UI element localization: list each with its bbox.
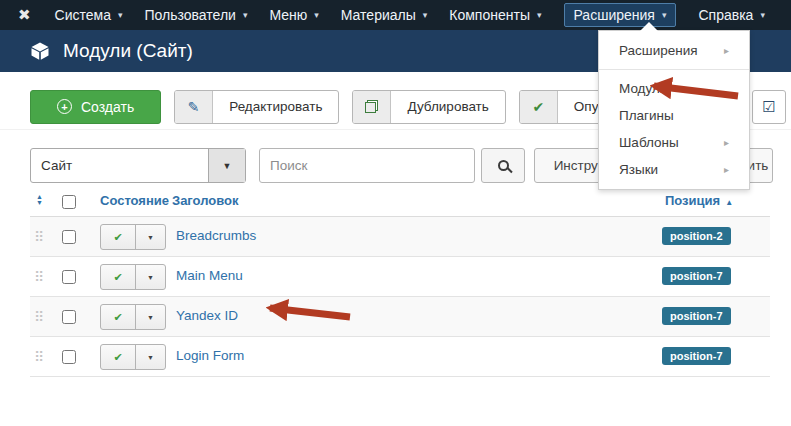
module-cube-icon [30,41,50,61]
published-check-icon[interactable]: ✔ [101,265,135,289]
extensions-dropdown-menu: Расширения ▸ Модули Плагины Шаблоны ▸ Яз… [598,30,750,190]
status-toggle[interactable]: ✔ ▼ [100,264,166,290]
row-checkbox[interactable] [62,350,76,364]
status-dropdown-icon[interactable]: ▼ [135,225,165,249]
client-select[interactable]: Сайт ▼ [30,148,246,183]
dropdown-item-modules[interactable]: Модули [599,75,749,102]
chevron-down-icon: ▾ [423,10,428,20]
status-dropdown-icon[interactable]: ▼ [135,345,165,369]
module-list: ⠿ ✔ ▼ Breadcrumbs position-2 ⠿ ✔ ▼ Main … [30,217,770,377]
chevron-down-icon: ▾ [662,10,667,20]
module-title-link[interactable]: Yandex ID [176,308,238,323]
checkin-button[interactable]: ☑ [752,90,786,124]
row-checkbox[interactable] [62,270,76,284]
menu-components[interactable]: Компоненты ▾ [449,7,541,23]
column-header-position[interactable]: Позиция▲ [665,193,733,208]
position-badge: position-7 [662,347,731,365]
module-title-link[interactable]: Login Form [176,348,244,363]
search-input[interactable] [259,148,475,183]
drag-handle-icon[interactable]: ⠿ [34,309,44,325]
drag-handle-icon[interactable]: ⠿ [34,229,44,245]
menu-menus[interactable]: Меню ▾ [269,7,318,23]
menu-users[interactable]: Пользователи ▾ [145,7,248,23]
row-checkbox[interactable] [62,310,76,324]
submenu-caret-icon: ▸ [724,45,729,56]
create-button[interactable]: + Создать [30,90,161,124]
published-check-icon[interactable]: ✔ [101,305,135,329]
dropdown-item-languages[interactable]: Языки ▸ [599,156,749,183]
dropdown-caret [640,22,658,31]
published-check-icon[interactable]: ✔ [101,225,135,249]
chevron-down-icon: ▾ [314,10,319,20]
check-icon: ✔ [520,91,558,123]
module-title-link[interactable]: Main Menu [176,268,243,283]
edit-icon: ✎ [175,91,213,123]
submenu-caret-icon: ▸ [724,164,729,175]
menu-extensions[interactable]: Расширения ▾ [564,3,677,27]
status-toggle[interactable]: ✔ ▼ [100,344,166,370]
menu-system[interactable]: Система ▾ [55,7,123,23]
dropdown-item-templates[interactable]: Шаблоны ▸ [599,129,749,156]
status-dropdown-icon[interactable]: ▼ [135,305,165,329]
duplicate-button[interactable]: Дублировать [352,90,505,124]
menu-help[interactable]: Справка ▾ [698,7,764,23]
joomla-admin-window: ✖ Система ▾ Пользователи ▾ Меню ▾ Матери… [0,0,791,426]
ordering-sort-icon[interactable]: ▲▼ [36,194,43,206]
search-icon [498,160,509,171]
sort-asc-icon: ▲ [725,198,733,207]
column-header-status[interactable]: Состояние [100,193,169,208]
select-caret-icon: ▼ [208,149,245,182]
table-row: ⠿ ✔ ▼ Login Form position-7 [30,337,770,377]
table-row: ⠿ ✔ ▼ Main Menu position-7 [30,257,770,297]
plus-icon: + [57,99,72,114]
row-checkbox[interactable] [62,230,76,244]
joomla-logo-icon: ✖ [18,6,31,24]
menu-content[interactable]: Материалы ▾ [341,7,428,23]
table-header: ▲▼ Состояние Заголовок Позиция▲ [30,190,770,217]
table-row: ⠿ ✔ ▼ Yandex ID position-7 [30,297,770,337]
drag-handle-icon[interactable]: ⠿ [34,349,44,365]
admin-menubar: ✖ Система ▾ Пользователи ▾ Меню ▾ Матери… [0,0,791,30]
chevron-down-icon: ▾ [537,10,542,20]
status-toggle[interactable]: ✔ ▼ [100,224,166,250]
submenu-caret-icon: ▸ [724,137,729,148]
table-row: ⠿ ✔ ▼ Breadcrumbs position-2 [30,217,770,257]
dropdown-item-extensions[interactable]: Расширения ▸ [599,37,749,64]
page-title: Модули (Сайт) [63,40,193,62]
dropdown-item-plugins[interactable]: Плагины [599,102,749,129]
chevron-down-icon: ▾ [118,10,123,20]
menu-divider [599,69,749,70]
chevron-down-icon: ▾ [760,10,765,20]
position-badge: position-7 [662,307,731,325]
copy-icon [353,91,391,123]
status-toggle[interactable]: ✔ ▼ [100,304,166,330]
module-title-link[interactable]: Breadcrumbs [176,228,256,243]
position-badge: position-2 [662,227,731,245]
edit-button[interactable]: ✎ Редактировать [174,90,339,124]
published-check-icon[interactable]: ✔ [101,345,135,369]
column-header-title[interactable]: Заголовок [172,193,239,208]
select-all-checkbox[interactable] [62,195,76,209]
status-dropdown-icon[interactable]: ▼ [135,265,165,289]
search-button[interactable] [481,148,525,183]
position-badge: position-7 [662,267,731,285]
drag-handle-icon[interactable]: ⠿ [34,269,44,285]
chevron-down-icon: ▾ [243,10,248,20]
checkbox-icon: ☑ [762,98,775,116]
